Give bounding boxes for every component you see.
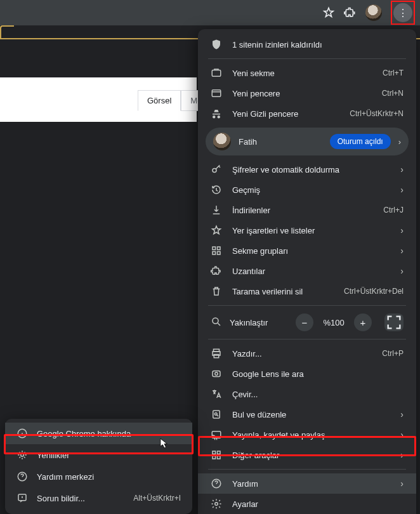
- menu-passwords[interactable]: Şifreler ve otomatik doldurma ›: [198, 159, 416, 180]
- grid-icon: [211, 245, 222, 256]
- shortcut-text: Ctrl+ÜstKrktr+N: [350, 109, 404, 118]
- menu-tab-groups[interactable]: Sekme grupları ›: [198, 241, 416, 261]
- shield-icon: [211, 39, 222, 50]
- chrome-menu-button[interactable]: ⋮: [393, 3, 412, 22]
- chevron-right-icon: ›: [396, 430, 404, 440]
- menu-item-label: Google Chrome hakkında: [37, 429, 181, 438]
- shortcut-text: Alt+ÜstKrktr+I: [133, 494, 181, 503]
- menu-more-tools[interactable]: Diğer araçlar ›: [198, 445, 416, 465]
- menu-item-label: Sorun bildir...: [37, 494, 124, 503]
- menu-new-incognito[interactable]: Yeni Gizli pencere Ctrl+ÜstKrktr+N: [198, 103, 416, 124]
- extensions-icon[interactable]: [344, 6, 357, 19]
- menu-clear-data[interactable]: Tarama verilerini sil Ctrl+ÜstKrktr+Del: [198, 281, 416, 301]
- menu-history[interactable]: Geçmiş ›: [198, 180, 416, 200]
- menu-item-label: Şifreler ve otomatik doldurma: [232, 165, 386, 175]
- svg-rect-17: [218, 451, 221, 454]
- download-icon: [211, 204, 222, 216]
- menu-translate[interactable]: Çevir...: [198, 384, 416, 404]
- menu-item-label: Bul ve düzenle: [232, 410, 386, 419]
- chevron-right-icon: ›: [396, 225, 404, 235]
- svg-rect-3: [213, 247, 216, 250]
- print-icon: [211, 348, 222, 359]
- menu-new-tab[interactable]: Yeni sekme Ctrl+T: [198, 63, 416, 83]
- divider: [208, 339, 406, 339]
- chevron-right-icon: ›: [396, 409, 404, 419]
- profile-avatar-small: [213, 133, 231, 150]
- bookmark-star-icon: [211, 225, 222, 236]
- profile-avatar[interactable]: [365, 4, 382, 21]
- highlight-menu-button: ⋮: [391, 1, 415, 25]
- menu-find[interactable]: Bul ve düzenle ›: [198, 404, 416, 425]
- gear-icon: [211, 498, 222, 510]
- shortcut-text: Ctrl+P: [382, 349, 404, 358]
- chevron-right-icon: ›: [396, 185, 404, 195]
- menu-item-label: Yardım merkezi: [37, 472, 181, 482]
- permissions-notice[interactable]: 1 sitenin izinleri kaldırıldı: [198, 34, 416, 55]
- svg-rect-16: [213, 451, 216, 454]
- divider: [208, 58, 406, 59]
- chevron-right-icon: ›: [396, 450, 404, 460]
- find-icon: [211, 409, 222, 420]
- shortcut-text: Ctrl+J: [383, 206, 404, 214]
- menu-item-label: Uzantılar: [232, 267, 386, 276]
- svg-rect-6: [218, 252, 221, 255]
- menu-item-label: Yeni Gizli pencere: [232, 109, 339, 119]
- menu-item-label: Geçmiş: [232, 185, 386, 195]
- svg-point-21: [215, 503, 218, 506]
- submenu-help-center[interactable]: Yardım merkezi: [5, 466, 192, 487]
- sparkle-icon: [16, 449, 28, 461]
- tab-gorsel[interactable]: Görsel: [138, 90, 181, 111]
- help-submenu: Google Chrome hakkında Yenilikler Yardım…: [5, 419, 192, 514]
- incognito-icon: [211, 108, 222, 119]
- zoom-value: %100: [321, 318, 346, 327]
- menu-item-label: Sekme grupları: [232, 246, 386, 256]
- zoom-out-button[interactable]: −: [296, 313, 313, 331]
- fullscreen-button[interactable]: [384, 313, 404, 331]
- shortcut-text: Ctrl+N: [382, 89, 404, 98]
- shortcut-text: Ctrl+ÜstKrktr+Del: [344, 287, 404, 296]
- mouse-cursor: [160, 438, 169, 449]
- profile-status-pill: Oturum açıldı: [330, 134, 391, 149]
- puzzle-icon: [211, 265, 222, 277]
- menu-print[interactable]: Yazdır... Ctrl+P: [198, 343, 416, 364]
- star-icon[interactable]: [322, 6, 335, 19]
- menu-item-label: Tarama verilerini sil: [232, 287, 334, 296]
- menu-item-label: Yenilikler: [37, 451, 181, 460]
- info-icon: [16, 428, 28, 439]
- svg-point-7: [213, 318, 218, 324]
- permissions-label: 1 sitenin izinleri kaldırıldı: [232, 40, 404, 49]
- menu-item-label: Yardım: [232, 479, 386, 489]
- menu-item-label: Yeni sekme: [232, 69, 372, 78]
- svg-point-24: [21, 454, 24, 457]
- svg-rect-11: [213, 371, 220, 377]
- menu-bookmarks[interactable]: Yer işaretleri ve listeler ›: [198, 220, 416, 241]
- history-icon: [211, 184, 222, 195]
- menu-new-window[interactable]: Yeni pencere Ctrl+N: [198, 83, 416, 103]
- tools-icon: [211, 449, 222, 461]
- menu-help[interactable]: Yardım ›: [198, 473, 416, 494]
- svg-rect-5: [213, 252, 216, 255]
- divider: [208, 469, 406, 470]
- svg-point-12: [215, 372, 218, 376]
- menu-downloads[interactable]: İndirilenler Ctrl+J: [198, 200, 416, 220]
- zoom-icon: [211, 316, 222, 329]
- svg-point-2: [213, 169, 216, 173]
- zoom-in-button[interactable]: +: [354, 313, 372, 331]
- menu-lens[interactable]: Google Lens ile ara: [198, 364, 416, 384]
- menu-item-label: Yazdır...: [232, 349, 372, 359]
- divider: [208, 305, 406, 306]
- menu-extensions[interactable]: Uzantılar ›: [198, 261, 416, 281]
- profile-row[interactable]: Fatih Oturum açıldı ›: [206, 128, 409, 155]
- menu-item-label: Google Lens ile ara: [232, 369, 404, 379]
- feedback-icon: [16, 492, 28, 504]
- key-icon: [211, 164, 222, 175]
- chevron-right-icon: ›: [396, 478, 404, 489]
- menu-settings[interactable]: Ayarlar: [198, 494, 416, 514]
- menu-cast-save-share[interactable]: Yayınla, kaydet ve paylaş ›: [198, 425, 416, 445]
- zoom-label: Yakınlaştır: [230, 318, 288, 327]
- cast-icon: [211, 429, 222, 440]
- submenu-report-issue[interactable]: Sorun bildir... Alt+ÜstKrktr+I: [5, 487, 192, 509]
- menu-item-label: Çevir...: [232, 390, 404, 399]
- browser-toolbar: ⋮: [0, 0, 420, 25]
- svg-rect-18: [213, 456, 216, 459]
